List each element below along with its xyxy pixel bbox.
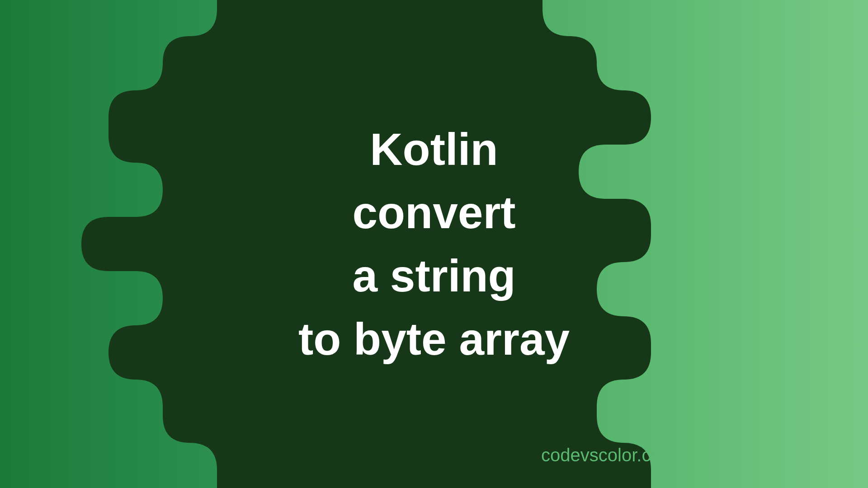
watermark-text: codevscolor.com <box>541 445 676 465</box>
title-line-1: Kotlin <box>298 117 570 181</box>
title-line-2: convert <box>298 181 570 244</box>
title-line-3: a string <box>298 244 570 307</box>
title-line-4: to byte array <box>298 307 570 371</box>
title-content: Kotlin convert a string to byte array <box>298 117 570 371</box>
